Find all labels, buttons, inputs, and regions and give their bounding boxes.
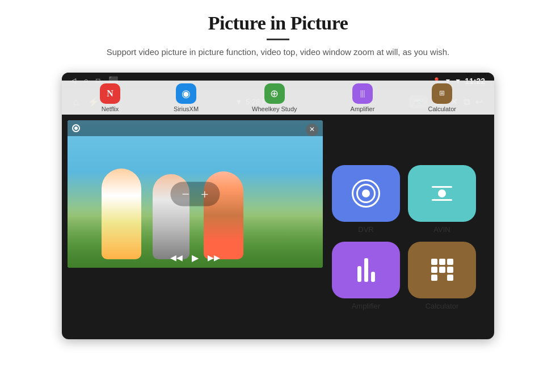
avin-circle (438, 189, 446, 197)
avin-inner-icon (432, 186, 452, 201)
app-netflix[interactable]: N Netflix (100, 83, 120, 112)
avin-icon-box (408, 165, 476, 222)
app-avin[interactable]: AVIN (408, 165, 476, 234)
calculator-icon-box (408, 242, 476, 298)
siriusxm-icon: ◉ (176, 83, 196, 104)
pip-plus-btn[interactable]: + (201, 186, 209, 201)
person-1 (102, 168, 141, 259)
pip-minus-btn[interactable]: − (182, 186, 189, 201)
amplifier-bottom-icon: ||| (352, 83, 373, 104)
app-calculator[interactable]: Calculator (408, 242, 476, 310)
title-section: Picture in Picture Support video picture… (107, 0, 449, 64)
calc-key-4 (431, 267, 437, 273)
wheelkey-icon: ⊕ (264, 83, 285, 104)
calc-key-1 (431, 259, 437, 265)
avin-line2 (432, 199, 452, 201)
amplifier-icon-box (332, 242, 400, 298)
bottom-app-bar: N Netflix ◉ SiriusXM ⊕ Wheelkey Study ||… (62, 81, 494, 115)
watermark: VG3390 (466, 73, 488, 78)
pip-container[interactable]: − + ◀◀ ▶ ▶▶ ✕ (68, 120, 323, 268)
avin-label: AVIN (433, 225, 450, 234)
dvr-label: DVR (358, 225, 373, 234)
calculator-bottom-label: Calculator (428, 106, 456, 112)
pip-play-btn[interactable]: ▶ (192, 252, 199, 263)
calc-key-6 (447, 267, 453, 273)
device-frame: ◁ ○ □ ⬛ 📍 ▼ ▼ 11:22 ⌂ ⚡ ▼ 5:28 PM (62, 73, 494, 339)
amplifier-inner-icon (357, 258, 375, 282)
siriusxm-label: SiriusXM (174, 106, 199, 112)
title-divider (267, 39, 289, 40)
pip-close-icon: ✕ (309, 125, 315, 134)
calc-key-9 (447, 275, 453, 281)
netflix-icon: N (100, 83, 120, 104)
calculator-inner-icon (431, 259, 453, 281)
app-calculator-bottom[interactable]: ⊞ Calculator (428, 83, 456, 112)
pip-record-dot (72, 124, 80, 132)
dvr-dot (362, 189, 370, 197)
pip-prev-btn[interactable]: ◀◀ (170, 253, 183, 263)
wheelkey-label: Wheelkey Study (252, 106, 297, 112)
app-wheelkey[interactable]: ⊕ Wheelkey Study (252, 83, 297, 112)
pip-record-inner (74, 127, 78, 130)
calculator-bottom-icon: ⊞ (432, 83, 452, 104)
pip-video: − + ◀◀ ▶ ▶▶ ✕ (68, 120, 323, 268)
pip-media-controls: ◀◀ ▶ ▶▶ (170, 252, 220, 263)
page-subtitle: Support video picture in picture functio… (107, 46, 449, 59)
app-amplifier-bottom[interactable]: ||| Amplifier (351, 83, 375, 112)
amp-bar2 (364, 258, 368, 282)
calc-key-5 (439, 267, 445, 273)
calc-key-7 (431, 275, 437, 281)
pip-top-bar (68, 120, 323, 136)
app-dvr[interactable]: DVR (332, 165, 400, 234)
pip-close-btn[interactable]: ✕ (306, 124, 318, 136)
avin-line1 (432, 186, 452, 188)
dvr-icon-box (332, 165, 400, 222)
app-siriusxm[interactable]: ◉ SiriusXM (174, 83, 199, 112)
calc-key-2 (439, 259, 445, 265)
calc-key-8 (439, 275, 445, 281)
dvr-inner-icon (352, 179, 380, 208)
calculator-label: Calculator (426, 302, 459, 310)
netflix-label: Netflix (102, 106, 119, 112)
page-container: Picture in Picture Support video picture… (0, 0, 556, 392)
amp-bar1 (357, 266, 361, 282)
page-title: Picture in Picture (107, 12, 449, 34)
app-amplifier[interactable]: Amplifier (332, 242, 400, 310)
amp-bar3 (371, 272, 375, 282)
pip-next-btn[interactable]: ▶▶ (208, 253, 220, 263)
amplifier-label: Amplifier (352, 302, 381, 310)
pip-controls-center: − + (170, 182, 220, 206)
amplifier-bottom-label: Amplifier (351, 106, 375, 112)
calc-key-3 (447, 259, 453, 265)
